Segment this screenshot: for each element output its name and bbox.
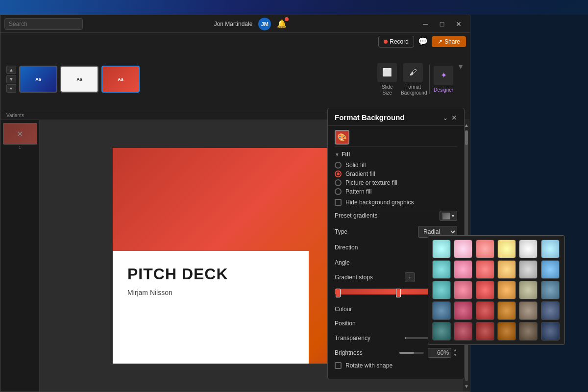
gradient-stop-2[interactable] <box>396 289 401 297</box>
pattern-fill-radio[interactable]: Pattern fill <box>335 188 457 195</box>
preset-cell-2-1[interactable] <box>454 281 472 299</box>
preset-cell-2-3[interactable] <box>497 281 516 299</box>
theme-thumb-2[interactable]: Aa <box>60 66 98 93</box>
toolbar-sep <box>429 65 430 94</box>
brightness-input[interactable] <box>428 348 451 358</box>
preset-cell-4-5[interactable] <box>541 322 560 341</box>
hide-bg-checkbox-item[interactable]: Hide background graphics <box>328 197 464 208</box>
brightness-down-arrow[interactable]: ▼ <box>453 353 457 358</box>
transparency-thumb <box>405 337 406 339</box>
preset-cell-3-3[interactable] <box>497 301 516 320</box>
comment-button[interactable]: 💬 <box>418 37 428 46</box>
record-button[interactable]: Record <box>378 36 414 48</box>
brightness-up-arrow[interactable]: ▲ <box>453 348 457 353</box>
preset-cell-3-4[interactable] <box>519 301 538 320</box>
theme-item-3[interactable]: Aa <box>101 66 140 93</box>
preset-cell-1-0[interactable] <box>432 260 451 279</box>
add-stop-button[interactable]: + <box>405 272 415 282</box>
fill-icon: 🎨 <box>337 133 347 142</box>
theme-scroll-down[interactable]: ▼ <box>6 75 16 83</box>
rotate-with-shape-checkbox[interactable] <box>335 362 342 369</box>
preset-cell-1-4[interactable] <box>519 260 538 279</box>
search-input[interactable] <box>4 18 83 30</box>
slide-1-thumb[interactable]: ✕ <box>3 123 37 145</box>
preset-cell-3-5[interactable] <box>541 301 560 320</box>
theme-item-2[interactable]: Aa <box>60 66 98 93</box>
designer-label: Designer <box>434 87 453 93</box>
preset-cell-0-2[interactable] <box>476 240 494 258</box>
slide-1-thumb-wrap[interactable]: ✕ 1 <box>3 123 37 150</box>
slide-size-group: ⬜ Slide Size <box>377 63 397 96</box>
fill-section-header[interactable]: ▼ Fill <box>328 147 464 160</box>
preset-cell-0-0[interactable] <box>432 240 451 258</box>
gradient-stop-1[interactable] <box>336 289 341 297</box>
theme-item-1[interactable]: Aa <box>19 66 57 93</box>
preset-cell-2-5[interactable] <box>541 281 560 299</box>
preset-cell-0-5[interactable] <box>541 240 560 258</box>
share-button[interactable]: ↗ Share <box>432 36 466 47</box>
gradient-fill-radio[interactable]: Gradient fill <box>335 171 457 177</box>
close-button[interactable]: ✕ <box>451 18 466 30</box>
preset-gradients-picker[interactable]: ▾ <box>440 211 457 221</box>
theme-scroll-more[interactable]: ▾ <box>6 84 16 93</box>
title-bar-right: ─ □ ✕ <box>418 18 466 30</box>
preset-cell-1-2[interactable] <box>476 260 494 279</box>
win-top-bar <box>0 0 588 15</box>
preset-cell-4-2[interactable] <box>476 322 494 341</box>
preset-cell-2-2[interactable] <box>476 281 494 299</box>
gradient-fill-indicator <box>335 171 342 177</box>
preset-cell-4-3[interactable] <box>497 322 516 341</box>
format-bg-button[interactable]: 🖌 <box>403 63 423 82</box>
title-bar: Jon Martindale JM 🔔 ─ □ ✕ <box>0 15 470 33</box>
preset-cell-1-3[interactable] <box>497 260 516 279</box>
panel-title: Format Background <box>335 113 405 122</box>
preset-cell-2-4[interactable] <box>519 281 538 299</box>
preset-dropdown-arrow: ▾ <box>452 213 454 219</box>
panel-header-icons: ⌄ ✕ <box>442 114 457 122</box>
fill-icon-tab-area: 🎨 <box>328 126 464 147</box>
preset-cell-1-1[interactable] <box>454 260 472 279</box>
theme-thumb-3[interactable]: Aa <box>101 66 140 93</box>
preset-cell-4-1[interactable] <box>454 322 472 341</box>
record-icon <box>384 40 388 44</box>
designer-button[interactable]: ✦ <box>434 66 453 85</box>
avatar[interactable]: JM <box>258 18 271 30</box>
fill-icon-tab[interactable]: 🎨 <box>335 130 349 145</box>
notification-icon[interactable]: 🔔 <box>277 19 287 28</box>
preset-cell-2-0[interactable] <box>432 281 451 299</box>
transparency-slider[interactable] <box>405 337 430 339</box>
brightness-label: Brightness <box>335 349 363 356</box>
hide-bg-checkbox[interactable] <box>335 199 342 206</box>
panel-close-button[interactable]: ✕ <box>451 114 457 122</box>
brightness-spinners: ▲ ▼ <box>453 348 457 357</box>
preset-cell-4-0[interactable] <box>432 322 451 341</box>
preset-cell-3-2[interactable] <box>476 301 494 320</box>
preset-cell-0-1[interactable] <box>454 240 472 258</box>
picture-fill-radio[interactable]: Picture or texture fill <box>335 179 457 186</box>
preset-cell-3-1[interactable] <box>454 301 472 320</box>
preset-cell-0-4[interactable] <box>519 240 538 258</box>
theme-area: ▲ ▼ ▾ Aa Aa Aa <box>0 48 470 111</box>
minimize-button[interactable]: ─ <box>418 18 433 30</box>
solid-fill-radio[interactable]: Solid fill <box>335 162 457 169</box>
panel-collapse-button[interactable]: ⌄ <box>442 114 448 122</box>
slide-tools: ⬜ Slide Size 🖌 Format Background ✦ Desig… <box>377 63 464 96</box>
theme-scroll-up[interactable]: ▲ <box>6 66 16 74</box>
scroll-down-arrow[interactable]: ▼ <box>463 382 470 391</box>
rotate-with-shape-item[interactable]: Rotate with shape <box>328 360 464 371</box>
slide-size-button[interactable]: ⬜ <box>377 63 397 82</box>
preset-cell-0-3[interactable] <box>497 240 516 258</box>
gradient-stops-label: Gradient stops <box>335 274 373 281</box>
format-bg-group: 🖌 Format Background <box>401 63 425 96</box>
scroll-thumb[interactable] <box>465 130 468 145</box>
record-label: Record <box>390 38 409 45</box>
pattern-fill-indicator <box>335 188 342 195</box>
preset-cell-1-5[interactable] <box>541 260 560 279</box>
theme-thumb-1[interactable]: Aa <box>19 66 57 93</box>
ribbon-expand-button[interactable]: ▼ <box>457 63 464 71</box>
brightness-slider[interactable] <box>399 352 424 354</box>
transparency-label: Transparency <box>335 335 370 342</box>
preset-cell-3-0[interactable] <box>432 301 451 320</box>
maximize-button[interactable]: □ <box>435 18 449 30</box>
preset-cell-4-4[interactable] <box>519 322 538 341</box>
